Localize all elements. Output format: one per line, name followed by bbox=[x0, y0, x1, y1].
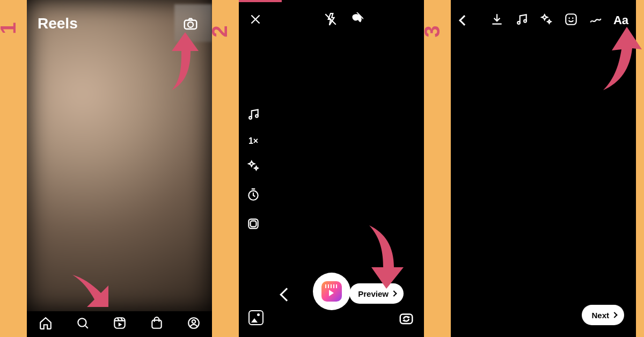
back-button[interactable] bbox=[459, 15, 470, 26]
timer-icon bbox=[246, 188, 260, 202]
svg-rect-12 bbox=[251, 221, 257, 227]
nav-home[interactable] bbox=[39, 316, 53, 332]
home-icon bbox=[39, 316, 53, 330]
chevron-right-icon bbox=[391, 290, 397, 296]
profile-icon bbox=[187, 316, 201, 330]
shop-icon bbox=[150, 316, 164, 330]
reels-title: Reels bbox=[38, 15, 78, 32]
sparkle-icon bbox=[246, 159, 260, 173]
download-button[interactable] bbox=[490, 12, 504, 28]
nav-reels[interactable] bbox=[113, 316, 127, 332]
draw-icon bbox=[589, 12, 603, 26]
record-button[interactable] bbox=[313, 273, 350, 310]
music-button[interactable] bbox=[515, 12, 529, 28]
music-button[interactable] bbox=[246, 107, 260, 123]
reels-video-background bbox=[27, 0, 212, 311]
screen-reels-feed: Reels bbox=[27, 0, 212, 337]
layout-button[interactable] bbox=[246, 217, 260, 233]
progress-bar bbox=[239, 0, 282, 2]
chevron-right-icon bbox=[611, 312, 617, 318]
svg-point-18 bbox=[572, 18, 574, 19]
screen-reels-camera: 1× Preview bbox=[239, 0, 424, 337]
flash-off-icon bbox=[324, 12, 338, 26]
sticker-icon bbox=[564, 12, 578, 26]
effects-button[interactable] bbox=[246, 159, 260, 175]
music-icon bbox=[246, 107, 260, 121]
touchup-off-icon bbox=[349, 12, 363, 26]
svg-point-14 bbox=[517, 21, 520, 24]
editor-toolbar: Aa bbox=[490, 12, 628, 28]
screen-reels-editor: Aa Next bbox=[451, 0, 636, 337]
search-icon bbox=[76, 316, 90, 330]
text-button[interactable]: Aa bbox=[613, 13, 628, 27]
music-icon bbox=[515, 12, 529, 26]
layout-icon bbox=[246, 217, 260, 231]
svg-point-2 bbox=[78, 318, 86, 326]
undo-clip-button[interactable] bbox=[280, 288, 293, 301]
nav-shop[interactable] bbox=[150, 316, 164, 332]
speed-button[interactable]: 1× bbox=[248, 136, 258, 146]
download-icon bbox=[490, 12, 504, 26]
nav-profile[interactable] bbox=[187, 316, 201, 332]
svg-rect-3 bbox=[114, 318, 125, 328]
svg-point-15 bbox=[524, 20, 526, 23]
camera-icon bbox=[182, 16, 199, 32]
sticker-button[interactable] bbox=[564, 12, 578, 28]
close-button[interactable] bbox=[248, 12, 262, 28]
svg-point-6 bbox=[192, 320, 195, 324]
step-label-1: 1 bbox=[0, 22, 20, 34]
gallery-button[interactable] bbox=[248, 310, 264, 325]
reels-record-icon bbox=[321, 281, 342, 302]
svg-point-9 bbox=[255, 115, 258, 118]
next-button[interactable]: Next bbox=[582, 305, 624, 325]
svg-point-1 bbox=[188, 22, 193, 27]
camera-side-tools: 1× bbox=[246, 107, 260, 233]
svg-point-8 bbox=[249, 116, 252, 119]
camera-flip-icon bbox=[398, 310, 414, 326]
preview-label: Preview bbox=[358, 289, 389, 298]
preview-button[interactable]: Preview bbox=[349, 283, 404, 304]
sparkle-icon bbox=[539, 12, 553, 26]
draw-button[interactable] bbox=[589, 12, 603, 28]
svg-point-17 bbox=[568, 18, 570, 19]
touchup-toggle[interactable] bbox=[349, 12, 363, 28]
timer-button[interactable] bbox=[246, 188, 260, 204]
effects-button[interactable] bbox=[539, 12, 553, 28]
bottom-nav bbox=[27, 311, 212, 337]
reels-icon bbox=[113, 316, 127, 330]
camera-flip-button[interactable] bbox=[398, 310, 414, 326]
svg-rect-16 bbox=[566, 14, 576, 25]
svg-rect-13 bbox=[400, 314, 413, 324]
camera-button[interactable] bbox=[179, 12, 202, 35]
flash-toggle[interactable] bbox=[324, 12, 338, 28]
svg-rect-4 bbox=[152, 320, 161, 328]
close-icon bbox=[248, 12, 262, 26]
nav-search[interactable] bbox=[76, 316, 90, 332]
next-label: Next bbox=[591, 311, 609, 320]
